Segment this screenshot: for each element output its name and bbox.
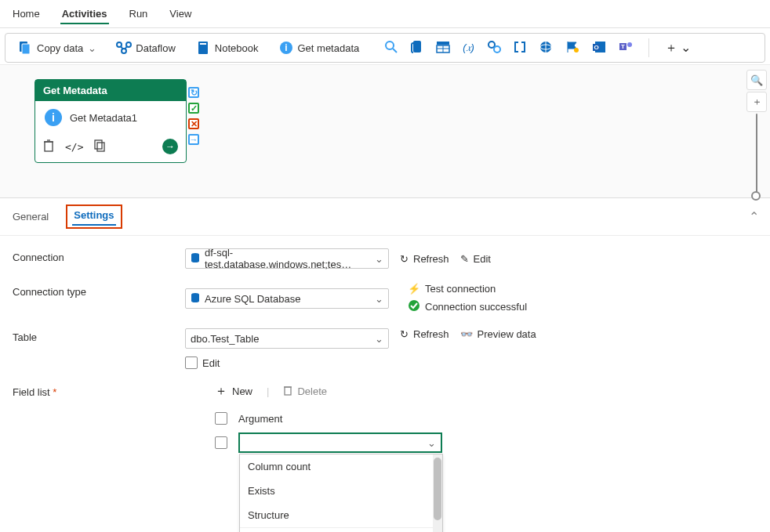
svg-text:T: T xyxy=(621,43,625,50)
run-icon[interactable]: → xyxy=(162,139,178,154)
svg-rect-40 xyxy=(285,387,291,395)
search-icon[interactable] xyxy=(384,40,398,56)
zoom-slider[interactable] xyxy=(756,114,757,196)
copy-data-label: Copy data xyxy=(37,42,83,54)
toolbar-icon-row: (𝑥) O T ＋ ⌄ xyxy=(384,38,691,57)
lightning-icon: ⚡ xyxy=(408,283,420,295)
test-connection-button[interactable]: ⚡ Test connection xyxy=(408,283,527,295)
globe-icon[interactable] xyxy=(539,40,553,56)
node-title: Get Metadata xyxy=(35,80,186,101)
delete-field-button[interactable]: Delete xyxy=(283,385,327,398)
dataflow-icon xyxy=(117,41,131,55)
edit-table-checkbox[interactable] xyxy=(185,356,198,369)
table-label: Table xyxy=(13,328,185,343)
toolbar-separator xyxy=(648,38,649,57)
chevron-down-icon: ⌄ xyxy=(375,293,383,305)
gears-icon[interactable] xyxy=(487,40,501,56)
table-select[interactable]: dbo.Test_Table ⌄ xyxy=(185,328,389,349)
chevron-down-icon: ⌄ xyxy=(375,333,383,345)
svg-rect-1 xyxy=(22,44,30,54)
dataflow-button[interactable]: Dataflow xyxy=(114,39,179,56)
code-icon[interactable]: </> xyxy=(65,141,83,153)
svg-text:i: i xyxy=(285,42,287,53)
chevron-down-icon: ⌄ xyxy=(88,42,96,54)
argument-column-header: Argument xyxy=(238,413,282,425)
svg-rect-6 xyxy=(200,43,206,45)
refresh-table[interactable]: ↻ Refresh xyxy=(400,328,449,340)
edit-icon: ✎ xyxy=(460,253,469,265)
option-exists[interactable]: Exists xyxy=(240,479,442,503)
info-icon: i xyxy=(45,109,62,126)
tab-home[interactable]: Home xyxy=(11,5,42,24)
delete-icon[interactable] xyxy=(43,139,54,154)
outlook-icon[interactable]: O xyxy=(592,40,606,56)
node-body: i Get Metadata1 xyxy=(35,101,186,134)
chevron-down-icon: ⌄ xyxy=(427,437,436,449)
svg-point-9 xyxy=(386,42,394,49)
get-metadata-node[interactable]: Get Metadata i Get Metadata1 </> → xyxy=(35,79,187,163)
connection-success-text: Connection successful xyxy=(425,301,527,313)
tab-settings[interactable]: Settings xyxy=(72,206,115,226)
info-icon: i xyxy=(279,41,293,55)
new-field-button[interactable]: ＋ New xyxy=(215,383,252,400)
zoom-in-icon[interactable]: ＋ xyxy=(746,92,767,112)
port-refresh[interactable]: ↻ xyxy=(188,87,199,98)
add-dynamic-content[interactable]: Add dynamic content ▾ xyxy=(240,527,442,532)
new-label: New xyxy=(232,385,252,397)
add-menu[interactable]: ＋ ⌄ xyxy=(665,40,691,56)
table-icon[interactable] xyxy=(436,41,450,56)
flag-icon[interactable] xyxy=(565,40,579,56)
svg-rect-31 xyxy=(95,140,102,149)
database-icon xyxy=(191,252,200,266)
select-all-checkbox[interactable] xyxy=(215,412,227,425)
get-metadata-button[interactable]: i Get metadata xyxy=(276,39,363,56)
port-skip[interactable]: → xyxy=(188,134,199,145)
svg-point-17 xyxy=(494,46,500,52)
preview-label: Preview data xyxy=(478,328,536,340)
svg-point-27 xyxy=(627,42,632,47)
refresh-label: Refresh xyxy=(413,253,449,265)
notebook-button[interactable]: Notebook xyxy=(193,39,262,56)
option-structure[interactable]: Structure xyxy=(240,503,442,527)
brackets-icon[interactable] xyxy=(514,41,526,56)
copy-data-button[interactable]: Copy data ⌄ xyxy=(15,39,100,56)
refresh-icon: ↻ xyxy=(400,253,409,265)
port-success[interactable]: ✓ xyxy=(188,103,199,114)
variable-icon[interactable]: (𝑥) xyxy=(463,42,474,54)
connection-value: df-sql-test.database.windows.net;tes… xyxy=(205,247,370,270)
svg-rect-11 xyxy=(413,41,421,52)
refresh-connection[interactable]: ↻ Refresh xyxy=(400,253,449,265)
panel-tabs: General Settings ⌃ xyxy=(0,197,770,236)
connection-select[interactable]: df-sql-test.database.windows.net;tes… ⌄ xyxy=(185,248,389,269)
collapse-panel-icon[interactable]: ⌃ xyxy=(749,209,759,224)
design-canvas[interactable]: Get Metadata i Get Metadata1 </> → ↻ ✓ ✕… xyxy=(0,64,770,197)
tab-activities[interactable]: Activities xyxy=(60,5,109,24)
svg-point-35 xyxy=(191,259,199,262)
preview-data[interactable]: 👓 Preview data xyxy=(460,328,536,340)
dropdown-scrollbar[interactable] xyxy=(433,454,442,532)
argument-dropdown[interactable]: ⌄ Column count Exists Structure Add dyna… xyxy=(238,432,442,453)
scroll-icon[interactable] xyxy=(411,40,423,56)
notebook-label: Notebook xyxy=(215,42,259,54)
connection-type-value: Azure SQL Database xyxy=(205,293,300,305)
option-column-count[interactable]: Column count xyxy=(240,454,442,479)
svg-rect-28 xyxy=(45,142,53,151)
row-checkbox[interactable] xyxy=(215,436,227,449)
port-failure[interactable]: ✕ xyxy=(188,118,199,129)
svg-point-39 xyxy=(409,300,420,311)
tab-run[interactable]: Run xyxy=(128,5,150,24)
edit-connection[interactable]: ✎ Edit xyxy=(460,253,491,265)
teams-icon[interactable]: T xyxy=(619,40,633,56)
zoom-search-icon[interactable]: 🔍 xyxy=(746,70,767,90)
tab-general[interactable]: General xyxy=(11,208,50,226)
toolbar: Copy data ⌄ Dataflow Notebook i Get meta… xyxy=(5,33,765,63)
preview-icon: 👓 xyxy=(460,328,473,340)
copy-icon[interactable] xyxy=(94,139,105,154)
database-icon xyxy=(191,292,200,306)
table-value: dbo.Test_Table xyxy=(191,333,259,345)
svg-line-10 xyxy=(393,49,397,52)
tab-view[interactable]: View xyxy=(168,5,193,24)
chevron-down-icon: ⌄ xyxy=(375,253,383,265)
connection-label: Connection xyxy=(13,248,185,263)
connection-type-select[interactable]: Azure SQL Database ⌄ xyxy=(185,288,389,309)
